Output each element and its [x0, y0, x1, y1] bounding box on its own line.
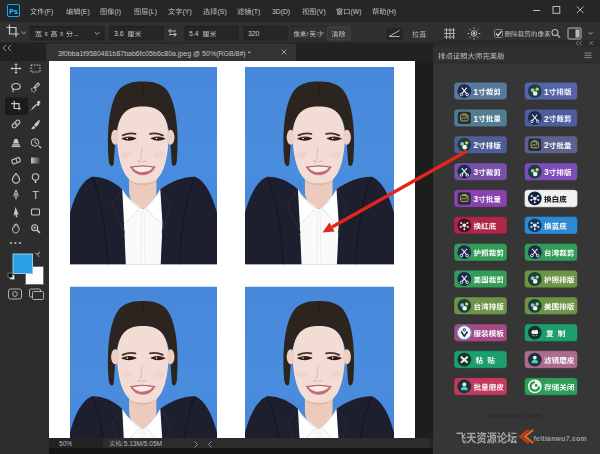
- svg-text:1: 1: [474, 115, 479, 124]
- svg-text:(Y): (Y): [183, 8, 192, 16]
- svg-text:2: 2: [544, 141, 549, 150]
- svg-text:50%: 50%: [59, 440, 72, 447]
- svg-text:3: 3: [544, 168, 549, 177]
- svg-text:1: 1: [544, 88, 549, 97]
- svg-text:(L): (L): [149, 8, 157, 16]
- svg-text:(F): (F): [45, 8, 54, 16]
- svg-text:Ps: Ps: [9, 8, 18, 15]
- svg-text:3D(D): 3D(D): [272, 8, 290, 16]
- svg-text:(I): (I): [115, 8, 121, 16]
- svg-text:...: ...: [74, 30, 80, 37]
- svg-text:/: /: [307, 30, 309, 37]
- svg-text:T: T: [32, 189, 39, 201]
- svg-text:(S): (S): [218, 8, 227, 16]
- svg-text:2: 2: [474, 141, 479, 150]
- svg-text:(H): (H): [387, 8, 396, 16]
- svg-text:3.6: 3.6: [114, 30, 124, 37]
- svg-text:(V): (V): [317, 8, 326, 16]
- svg-text:2: 2: [544, 115, 549, 124]
- svg-text:320: 320: [248, 30, 260, 37]
- svg-text:3f0bba1f9580481b87bab6fc05b6c8: 3f0bba1f9580481b87bab6fc05b6c80a.jpeg @ …: [58, 50, 251, 58]
- svg-text:(W): (W): [351, 8, 362, 16]
- svg-text:(T): (T): [252, 8, 261, 16]
- svg-text:3: 3: [474, 195, 479, 204]
- svg-text:3: 3: [474, 168, 479, 177]
- svg-text:feitianwu7.com: feitianwu7.com: [534, 435, 587, 442]
- svg-text:feitianwu7.com: feitianwu7.com: [487, 412, 542, 419]
- svg-text:(E): (E): [81, 8, 90, 16]
- svg-text::5.13M/5.05M: :5.13M/5.05M: [122, 440, 162, 447]
- svg-text:1: 1: [474, 88, 479, 97]
- svg-text:5.4: 5.4: [189, 30, 199, 37]
